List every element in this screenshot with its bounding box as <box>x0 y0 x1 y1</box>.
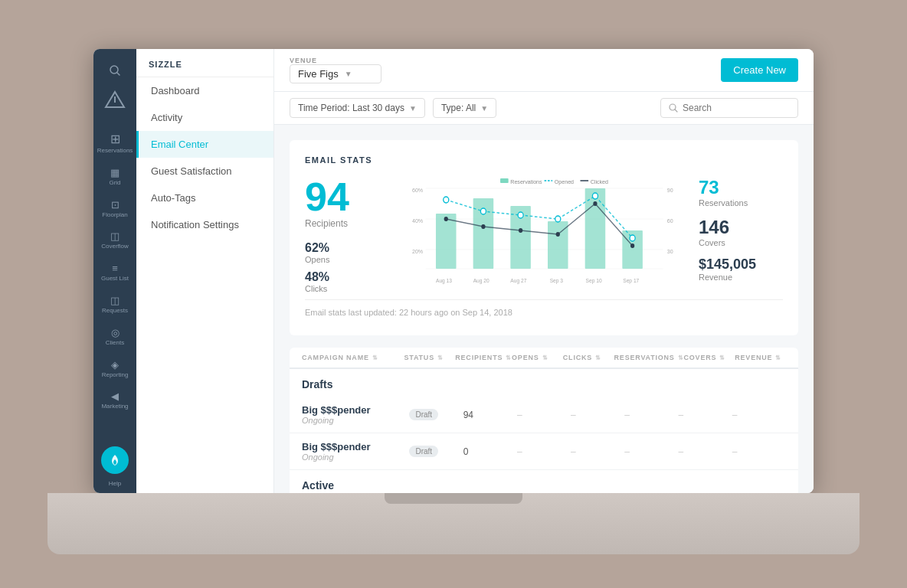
sort-icon[interactable]: ⇅ <box>678 354 684 361</box>
fire-icon[interactable] <box>101 446 129 474</box>
search-area[interactable] <box>93 58 136 83</box>
svg-point-37 <box>556 232 560 237</box>
svg-point-31 <box>555 216 561 222</box>
chevron-down-icon: ▼ <box>345 70 352 78</box>
th-recipients: RECIPIENTS ⇅ <box>455 354 512 361</box>
sort-icon[interactable]: ⇅ <box>775 354 781 361</box>
revenue-cell: – <box>732 446 786 457</box>
svg-text:90: 90 <box>667 187 673 194</box>
th-reservations: RESERVATIONS ⇅ <box>614 354 684 361</box>
recipients-cell: 94 <box>463 410 517 420</box>
sidebar-nav: SIZZLE Dashboard Activity Email Center G… <box>136 49 274 493</box>
venue-name: Five Figs <box>298 68 339 80</box>
stats-right: 73 Reservations 146 Covers $145,005 Reve… <box>699 177 783 291</box>
search-input[interactable] <box>683 103 790 113</box>
svg-point-34 <box>444 217 448 221</box>
sidebar-item-grid[interactable]: ▦ Grid <box>93 161 136 193</box>
revenue-label: Revenue <box>699 273 783 282</box>
sort-icon[interactable]: ⇅ <box>372 354 378 361</box>
opens-cell: – <box>517 410 571 420</box>
nav-guest-satisfaction[interactable]: Guest Satisfaction <box>136 158 273 185</box>
reservations-label: Reservations <box>699 198 783 207</box>
nav-dashboard[interactable]: Dashboard <box>136 77 273 104</box>
covers-label: Covers <box>699 238 783 247</box>
create-new-button[interactable]: Create New <box>721 58 798 82</box>
table-row[interactable]: Big $$$pender Ongoing Draft 94 – – – – – <box>290 397 798 433</box>
th-clicks: CLICKS ⇅ <box>563 354 614 361</box>
chevron-down-icon: ▼ <box>409 104 417 113</box>
svg-rect-16 <box>436 214 457 269</box>
sort-icon[interactable]: ⇅ <box>437 354 444 361</box>
sort-icon[interactable]: ⇅ <box>542 354 548 361</box>
svg-text:60: 60 <box>667 217 673 225</box>
reservations-cell: – <box>624 446 678 457</box>
main-content: VENUE Five Figs ▼ Create New Time Period… <box>274 49 814 493</box>
stats-layout: 94 Recipients 62% Opens 48% Clicks <box>305 177 783 299</box>
svg-point-36 <box>519 228 522 233</box>
svg-point-30 <box>518 212 523 218</box>
covers-cell: – <box>679 410 732 420</box>
nav-notification-settings[interactable]: Notification Settings <box>136 211 273 238</box>
svg-point-39 <box>630 243 634 248</box>
sidebar-item-requests[interactable]: ◫ Requests <box>93 289 136 321</box>
svg-text:Sep 10: Sep 10 <box>586 278 602 284</box>
sidebar-icons: ⊞ Reservations ▦ Grid ⊡ Floorplan ◫ Cove… <box>93 49 136 493</box>
nav-email-center[interactable]: Email Center <box>136 131 273 158</box>
svg-text:Opened: Opened <box>555 178 574 186</box>
th-status: STATUS ⇅ <box>404 354 455 361</box>
revenue: $145,005 <box>699 256 783 273</box>
svg-line-1 <box>117 73 120 75</box>
chevron-down-icon: ▼ <box>480 104 488 113</box>
table-header: CAMPAIGN NAME ⇅ STATUS ⇅ RECIPIENTS ⇅ <box>290 348 798 369</box>
update-note: Email stats last updated: 22 hours ago o… <box>305 299 783 320</box>
email-chart: 60% 40% 20% 90 60 30 <box>412 177 683 299</box>
table-row[interactable]: Big $$$pender Ongoing Draft 0 – – – – – <box>290 433 798 470</box>
sidebar-item-reporting[interactable]: ◈ Reporting <box>93 353 136 385</box>
svg-line-5 <box>675 109 677 112</box>
search-box[interactable] <box>660 98 798 118</box>
clicks-cell: – <box>571 410 624 420</box>
sidebar-item-guestlist[interactable]: ≡ Guest List <box>93 256 136 289</box>
svg-point-28 <box>444 197 449 203</box>
svg-rect-22 <box>500 178 509 183</box>
sidebar-item-coverflow[interactable]: ◫ Coverflow <box>93 224 136 256</box>
covers-count: 146 <box>699 217 783 238</box>
venue-dropdown[interactable]: Five Figs ▼ <box>290 64 381 83</box>
campaign-name-cell: Big $$$pender Ongoing <box>302 404 409 425</box>
recipients-cell: 0 <box>463 446 517 457</box>
svg-text:Aug 13: Aug 13 <box>436 278 452 284</box>
drafts-section-header: Drafts <box>290 369 798 397</box>
sidebar-item-marketing[interactable]: ◀ Marketing <box>93 384 136 416</box>
opens-stat: 62% Opens <box>305 241 397 264</box>
opens-cell: – <box>517 446 571 457</box>
type-filter[interactable]: Type: All ▼ <box>433 98 496 118</box>
th-covers: COVERS ⇅ <box>684 354 735 361</box>
svg-text:40%: 40% <box>412 217 423 225</box>
svg-point-33 <box>630 235 635 241</box>
recipients-count: 94 <box>305 177 397 217</box>
time-period-filter[interactable]: Time Period: Last 30 days ▼ <box>290 98 425 118</box>
active-section-header: Active <box>290 470 798 493</box>
recipients-label: Recipients <box>305 218 397 229</box>
venue-label: VENUE <box>290 57 381 64</box>
sort-icon[interactable]: ⇅ <box>595 354 601 361</box>
sidebar-item-floorplan[interactable]: ⊡ Floorplan <box>93 193 136 225</box>
status-badge: Draft <box>409 409 438 420</box>
sidebar-item-reservations[interactable]: ⊞ Reservations <box>93 126 136 161</box>
nav-activity[interactable]: Activity <box>136 104 273 131</box>
sort-icon[interactable]: ⇅ <box>719 354 725 361</box>
app-title: SIZZLE <box>136 49 273 77</box>
nav-auto-tags[interactable]: Auto-Tags <box>136 185 273 211</box>
svg-text:20%: 20% <box>412 248 423 256</box>
svg-text:Clicked: Clicked <box>591 178 608 186</box>
svg-text:Aug 20: Aug 20 <box>473 278 490 284</box>
top-bar: VENUE Five Figs ▼ Create New <box>274 49 814 92</box>
status-badge: Draft <box>409 446 438 457</box>
sidebar-item-clients[interactable]: ◎ Clients <box>93 321 136 353</box>
campaigns-table: CAMPAIGN NAME ⇅ STATUS ⇅ RECIPIENTS ⇅ <box>290 348 798 493</box>
sort-icon[interactable]: ⇅ <box>506 354 512 361</box>
sizzle-logo <box>103 89 127 113</box>
filters-bar: Time Period: Last 30 days ▼ Type: All ▼ <box>274 92 814 125</box>
stats-left: 94 Recipients 62% Opens 48% Clicks <box>305 177 397 299</box>
svg-point-29 <box>480 208 486 214</box>
